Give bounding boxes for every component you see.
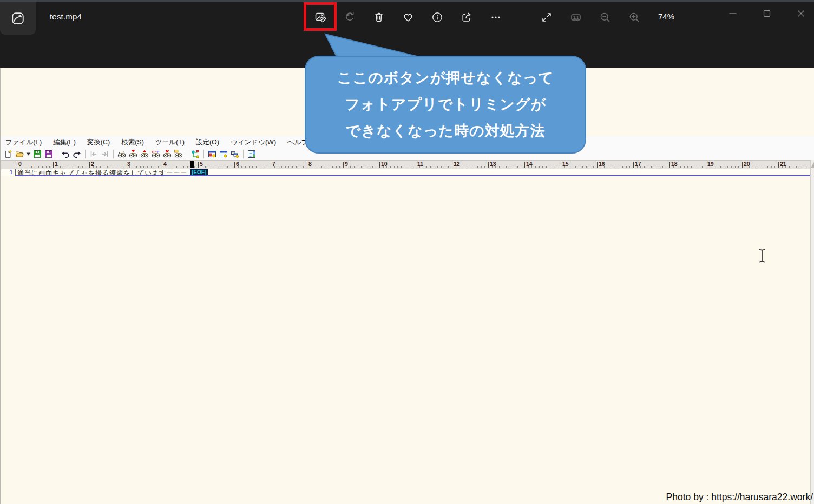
jump-forward-icon[interactable] — [100, 149, 110, 159]
caret-line-underline — [16, 175, 810, 176]
window-top-edge — [0, 0, 814, 2]
ruler-number: 11 — [417, 161, 423, 167]
speech-bubble-text: ここのボタンが押せなくなってフォトアプリでトリミングができなくなった時の対処方法 — [306, 65, 585, 144]
redo-icon[interactable] — [72, 149, 82, 159]
info-icon — [431, 11, 444, 24]
type-list-1-icon[interactable] — [207, 149, 217, 159]
maximize-icon — [760, 7, 773, 20]
type-list-2-icon[interactable] — [219, 149, 228, 159]
zoom-in-icon — [628, 11, 641, 24]
ruler-number: 19 — [707, 161, 714, 167]
ruler-number: 12 — [454, 161, 460, 167]
one-to-one-icon: 1:1 — [569, 11, 582, 24]
toolbar-separator — [243, 150, 244, 158]
editor-scrollbar[interactable] — [810, 160, 814, 504]
ruler-number: 5 — [200, 161, 203, 167]
toolbar-separator — [85, 150, 86, 158]
ruler-number: 10 — [381, 161, 388, 167]
close-icon — [795, 7, 808, 20]
menu-item[interactable]: 設定(O) — [196, 138, 219, 147]
replace-icon[interactable]: R P — [151, 149, 161, 159]
find-next-icon[interactable] — [128, 149, 138, 159]
line-text: 適当に画面キャプチャを撮る練習をしていますーーー — [17, 169, 187, 178]
save-as-icon[interactable] — [44, 149, 54, 159]
ruler-number: 14 — [526, 161, 533, 167]
favorite-button[interactable] — [396, 5, 420, 29]
ruler-number: 17 — [635, 161, 641, 167]
save-icon[interactable] — [32, 149, 42, 159]
share-button[interactable] — [455, 5, 478, 29]
ruler-number: 4 — [163, 161, 167, 167]
actual-size-button[interactable]: 1:1 — [564, 5, 588, 29]
outline-icon[interactable] — [191, 149, 200, 159]
new-file-icon[interactable] — [3, 149, 13, 159]
ruler-number: 20 — [744, 161, 750, 167]
menu-item[interactable]: ウィンドウ(W) — [231, 138, 276, 147]
toolbar-separator — [57, 150, 57, 158]
menu-item[interactable]: 検索(S) — [121, 138, 144, 147]
line-number: 1 — [1, 169, 13, 175]
rotate-button[interactable] — [338, 5, 362, 29]
open-file-icon[interactable] — [15, 149, 24, 159]
ruler-ticks-long — [17, 162, 808, 168]
photos-app-icon — [10, 10, 26, 26]
speech-bubble-line: ここのボタンが押せなくなって — [306, 65, 585, 91]
close-button[interactable] — [786, 2, 814, 25]
maximize-button[interactable] — [752, 2, 782, 25]
ruler-number: 13 — [490, 161, 496, 167]
info-button[interactable] — [425, 5, 449, 29]
ruler-number: 8 — [308, 161, 312, 167]
menu-item[interactable]: 変換(C) — [87, 138, 110, 147]
more-icon — [489, 11, 502, 24]
window-controls — [718, 2, 814, 25]
fullscreen-icon — [540, 11, 553, 24]
share-icon — [460, 11, 473, 24]
ruler-number: 9 — [345, 161, 348, 167]
jump-back-icon[interactable] — [89, 149, 99, 159]
ruler-number: 15 — [562, 161, 569, 167]
find-close-icon[interactable] — [162, 149, 172, 159]
ruler-caret-marker — [190, 161, 194, 168]
menu-item[interactable]: ツール(T) — [155, 138, 185, 147]
speech-bubble: ここのボタンが押せなくなってフォトアプリでトリミングができなくなった時の対処方法 — [305, 56, 586, 154]
zoom-out-icon — [599, 11, 612, 24]
svg-text:P: P — [157, 150, 159, 154]
ruler-number: 21 — [780, 161, 786, 167]
toolbar-separator — [187, 150, 187, 158]
delete-button[interactable] — [367, 5, 391, 29]
ruler-number: 2 — [91, 161, 94, 167]
fullscreen-button[interactable] — [535, 5, 559, 29]
minimize-button[interactable] — [718, 2, 748, 25]
ruler-number: 16 — [599, 161, 605, 167]
ibeam-cursor — [758, 248, 766, 266]
type-list-3-icon[interactable] — [230, 149, 240, 159]
heart-icon — [402, 11, 415, 24]
delete-icon — [372, 11, 385, 24]
find-prev-icon[interactable] — [140, 149, 149, 159]
photos-view-controls: 1:1 — [535, 5, 646, 29]
zoom-out-button[interactable] — [593, 5, 617, 29]
editor-ruler: 0123456789101112131415161718192021 — [1, 160, 810, 169]
toolbar-separator — [204, 150, 204, 158]
ruler-number: 7 — [272, 161, 275, 167]
speech-bubble-line: できなくなった時の対処方法 — [306, 118, 585, 144]
scrollbar-corner — [811, 161, 814, 168]
menu-item[interactable]: ファイル(F) — [5, 138, 42, 147]
menu-item[interactable]: 編集(E) — [53, 138, 76, 147]
more-button[interactable] — [484, 5, 508, 29]
red-highlight-box — [304, 2, 337, 31]
photos-toolbar — [308, 5, 508, 29]
grep-icon[interactable] — [174, 149, 183, 159]
undo-icon[interactable] — [61, 149, 70, 159]
svg-text:1:1: 1:1 — [573, 16, 579, 19]
ruler-number: 6 — [236, 161, 239, 167]
zoom-in-button[interactable] — [622, 5, 646, 29]
window-title: test.mp4 — [50, 12, 82, 21]
open-file-dropdown-icon[interactable] — [26, 149, 31, 159]
rotate-icon — [343, 11, 356, 24]
photos-app-tile[interactable] — [0, 2, 36, 35]
toolbar-separator — [113, 150, 114, 158]
search-icon[interactable] — [117, 149, 127, 159]
photo-credit: Photo by : https://harusara22.work/ — [666, 492, 813, 503]
property-list-icon[interactable] — [247, 149, 257, 159]
